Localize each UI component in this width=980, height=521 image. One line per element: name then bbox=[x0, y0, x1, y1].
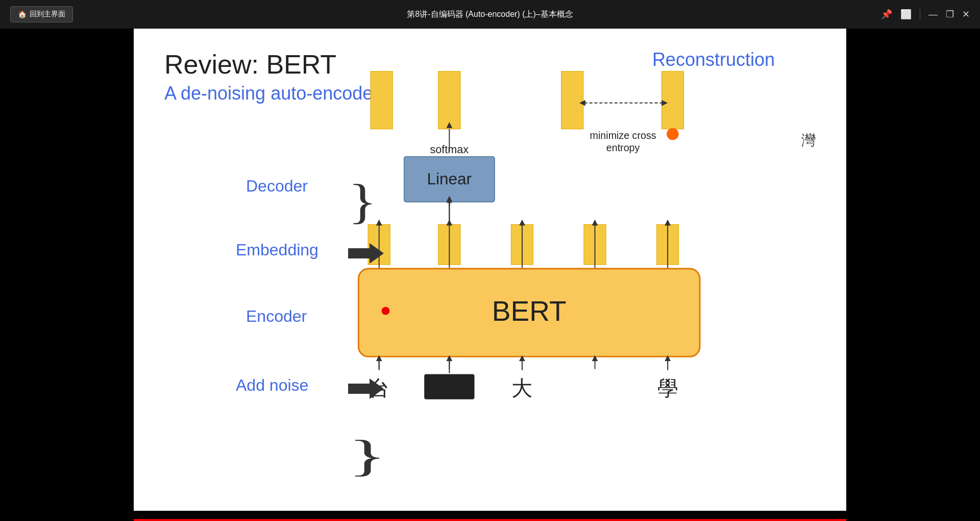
svg-text:大: 大 bbox=[511, 376, 532, 400]
slide: Review: BERT A de-noising auto-encoder R… bbox=[134, 29, 846, 511]
content-area: Review: BERT A de-noising auto-encoder R… bbox=[134, 29, 846, 511]
titlebar: 🏠 回到主界面 第8讲-自编码器 (Auto-encoder) (上)–基本概念… bbox=[0, 0, 980, 29]
minimize-icon[interactable]: — bbox=[928, 9, 938, 20]
svg-marker-18 bbox=[446, 196, 452, 202]
embedding-label: Embedding bbox=[236, 241, 318, 259]
svg-marker-46 bbox=[519, 355, 525, 361]
svg-marker-36 bbox=[446, 202, 452, 203]
reconstruction-label: Reconstruction bbox=[652, 49, 775, 70]
home-button-label: 回到主界面 bbox=[30, 10, 65, 19]
slide-subtitle: A de-noising auto-encoder bbox=[164, 83, 816, 104]
svg-text:BERT: BERT bbox=[492, 295, 567, 327]
embedding-arrow bbox=[348, 243, 384, 264]
svg-marker-42 bbox=[376, 355, 382, 361]
svg-marker-30 bbox=[519, 220, 525, 226]
svg-marker-50 bbox=[665, 355, 671, 361]
svg-text:}: } bbox=[348, 431, 387, 480]
home-button[interactable]: 🏠 回到主界面 bbox=[10, 6, 73, 22]
titlebar-left: 🏠 回到主界面 bbox=[10, 6, 73, 22]
svg-point-39 bbox=[382, 307, 390, 315]
svg-text:Linear: Linear bbox=[427, 170, 472, 188]
progress-bar bbox=[134, 519, 846, 521]
svg-marker-28 bbox=[446, 220, 452, 226]
fullscreen-icon[interactable]: ⬜ bbox=[900, 9, 912, 20]
svg-marker-16 bbox=[446, 202, 452, 203]
window-controls: 📌 ⬜ — ❐ ✕ bbox=[881, 9, 970, 20]
svg-text:minimize cross: minimize cross bbox=[590, 130, 656, 141]
decoder-label: Decoder bbox=[246, 177, 308, 196]
svg-rect-21 bbox=[438, 225, 460, 265]
svg-rect-23 bbox=[584, 225, 606, 265]
close-icon[interactable]: ✕ bbox=[962, 9, 970, 20]
pin-icon[interactable]: 📌 bbox=[881, 9, 892, 20]
svg-marker-34 bbox=[665, 220, 671, 226]
svg-marker-48 bbox=[592, 355, 598, 361]
controls-divider bbox=[920, 9, 920, 19]
window-title: 第8讲-自编码器 (Auto-encoder) (上)–基本概念 bbox=[407, 9, 573, 20]
restore-icon[interactable]: ❐ bbox=[946, 9, 954, 20]
svg-text:學: 學 bbox=[657, 376, 678, 400]
svg-marker-32 bbox=[592, 220, 598, 226]
encoder-label: Encoder bbox=[246, 307, 307, 326]
svg-marker-26 bbox=[376, 220, 382, 226]
svg-rect-13 bbox=[404, 157, 495, 202]
svg-marker-12 bbox=[446, 122, 452, 128]
svg-text:entropy: entropy bbox=[606, 142, 640, 153]
addnoise-arrow bbox=[348, 378, 384, 399]
home-icon: 🏠 bbox=[18, 10, 27, 18]
svg-rect-37 bbox=[358, 269, 700, 357]
svg-rect-22 bbox=[511, 225, 533, 265]
svg-text:}: } bbox=[348, 175, 377, 228]
addnoise-label: Add noise bbox=[236, 376, 308, 395]
svg-rect-52 bbox=[424, 374, 474, 399]
svg-point-4 bbox=[667, 128, 679, 140]
svg-text:softmax: softmax bbox=[430, 143, 469, 156]
svg-rect-24 bbox=[656, 225, 678, 265]
char-wan: 灣 bbox=[801, 131, 816, 150]
svg-marker-44 bbox=[446, 355, 452, 361]
